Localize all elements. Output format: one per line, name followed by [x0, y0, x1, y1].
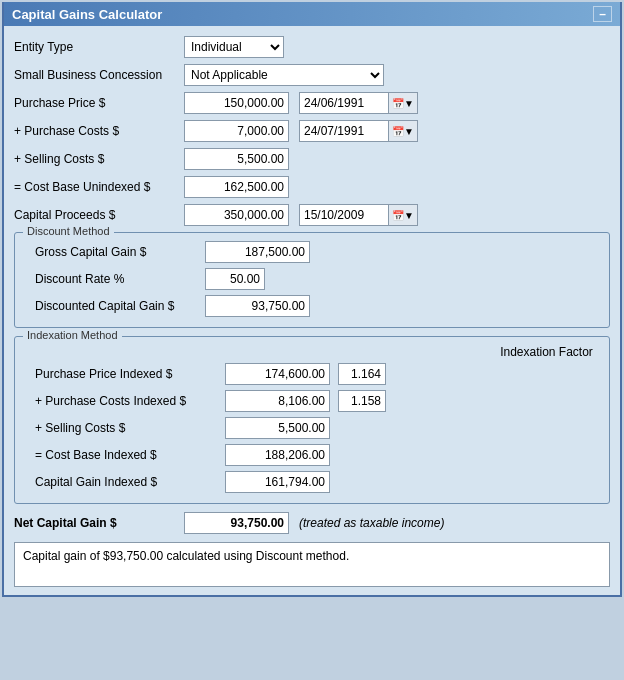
purchase-price-label: Purchase Price $	[14, 96, 184, 110]
discount-rate-row: Discount Rate %	[25, 268, 599, 290]
window-title: Capital Gains Calculator	[12, 7, 162, 22]
purchase-price-indexed-label: Purchase Price Indexed $	[25, 367, 225, 381]
small-business-label: Small Business Concession	[14, 68, 184, 82]
net-capital-gain-input[interactable]	[184, 512, 289, 534]
net-capital-gain-note: (treated as taxable income)	[299, 516, 444, 530]
close-button[interactable]: –	[593, 6, 612, 22]
cost-base-indexed-row: = Cost Base Indexed $	[25, 444, 599, 466]
cost-base-indexed-input[interactable]	[225, 444, 330, 466]
purchase-costs-date-wrapper: 📅▼	[294, 120, 418, 142]
purchase-price-input[interactable]	[184, 92, 289, 114]
discount-method-section: Discount Method Gross Capital Gain $ Dis…	[14, 232, 610, 328]
discount-rate-input[interactable]	[205, 268, 265, 290]
entity-type-label: Entity Type	[14, 40, 184, 54]
selling-costs-indexed-label: + Selling Costs $	[25, 421, 225, 435]
purchase-price-indexed-factor[interactable]	[338, 363, 386, 385]
indexation-method-section: Indexation Method Indexation Factor Purc…	[14, 336, 610, 504]
purchase-costs-indexed-input[interactable]	[225, 390, 330, 412]
capital-proceeds-date-wrapper: 📅▼	[294, 204, 418, 226]
capital-proceeds-label: Capital Proceeds $	[14, 208, 184, 222]
selling-costs-indexed-input[interactable]	[225, 417, 330, 439]
capital-gain-indexed-label: Capital Gain Indexed $	[25, 475, 225, 489]
selling-costs-label: + Selling Costs $	[14, 152, 184, 166]
capital-proceeds-row: Capital Proceeds $ 📅▼	[14, 204, 610, 226]
purchase-costs-indexed-label: + Purchase Costs Indexed $	[25, 394, 225, 408]
selling-costs-row: + Selling Costs $	[14, 148, 610, 170]
purchase-costs-input[interactable]	[184, 120, 289, 142]
title-bar: Capital Gains Calculator –	[4, 2, 620, 26]
discounted-gain-label: Discounted Capital Gain $	[25, 299, 205, 313]
selling-costs-input[interactable]	[184, 148, 289, 170]
cost-base-label: = Cost Base Unindexed $	[14, 180, 184, 194]
purchase-price-date-wrapper: 📅▼	[294, 92, 418, 114]
discounted-gain-row: Discounted Capital Gain $	[25, 295, 599, 317]
capital-gain-indexed-input[interactable]	[225, 471, 330, 493]
capital-gain-indexed-row: Capital Gain Indexed $	[25, 471, 599, 493]
capital-proceeds-input[interactable]	[184, 204, 289, 226]
indexation-method-legend: Indexation Method	[23, 329, 122, 341]
entity-type-select[interactable]: Individual	[184, 36, 284, 58]
discount-method-legend: Discount Method	[23, 225, 114, 237]
discount-rate-label: Discount Rate %	[25, 272, 205, 286]
gross-gain-input[interactable]	[205, 241, 310, 263]
purchase-costs-row: + Purchase Costs $ 📅▼	[14, 120, 610, 142]
selling-costs-indexed-row: + Selling Costs $	[25, 417, 599, 439]
purchase-costs-indexed-row: + Purchase Costs Indexed $	[25, 390, 599, 412]
capital-proceeds-date-input[interactable]	[299, 204, 389, 226]
purchase-price-indexed-input[interactable]	[225, 363, 330, 385]
summary-text: Capital gain of $93,750.00 calculated us…	[23, 549, 349, 563]
net-capital-gain-row: Net Capital Gain $ (treated as taxable i…	[14, 512, 610, 534]
gross-gain-label: Gross Capital Gain $	[25, 245, 205, 259]
purchase-costs-label: + Purchase Costs $	[14, 124, 184, 138]
purchase-costs-indexed-factor[interactable]	[338, 390, 386, 412]
cost-base-row: = Cost Base Unindexed $	[14, 176, 610, 198]
purchase-price-indexed-row: Purchase Price Indexed $	[25, 363, 599, 385]
cost-base-indexed-label: = Cost Base Indexed $	[25, 448, 225, 462]
purchase-costs-calendar-icon[interactable]: 📅▼	[388, 120, 418, 142]
indexation-factor-header: Indexation Factor	[494, 345, 599, 359]
purchase-costs-date-input[interactable]	[299, 120, 389, 142]
entity-type-row: Entity Type Individual	[14, 36, 610, 58]
summary-box: Capital gain of $93,750.00 calculated us…	[14, 542, 610, 587]
capital-proceeds-calendar-icon[interactable]: 📅▼	[388, 204, 418, 226]
cost-base-input[interactable]	[184, 176, 289, 198]
small-business-select[interactable]: Not Applicable	[184, 64, 384, 86]
small-business-row: Small Business Concession Not Applicable	[14, 64, 610, 86]
gross-gain-row: Gross Capital Gain $	[25, 241, 599, 263]
discounted-gain-input[interactable]	[205, 295, 310, 317]
indexation-factor-header-row: Indexation Factor	[25, 345, 599, 359]
purchase-price-date-input[interactable]	[299, 92, 389, 114]
purchase-price-calendar-icon[interactable]: 📅▼	[388, 92, 418, 114]
net-capital-gain-label: Net Capital Gain $	[14, 516, 184, 530]
purchase-price-row: Purchase Price $ 📅▼	[14, 92, 610, 114]
